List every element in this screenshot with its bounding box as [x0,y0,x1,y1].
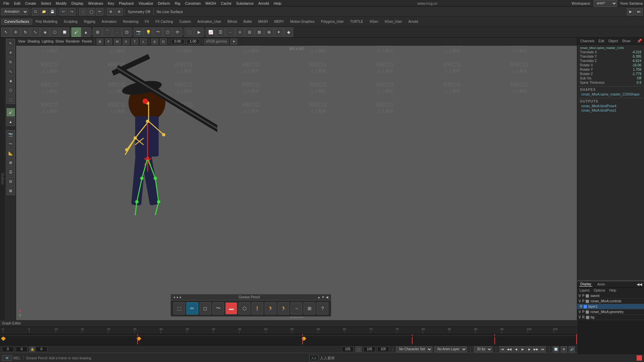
rotate-tool[interactable]: ↻ [21,27,30,37]
soft-tool[interactable]: ⬡ [50,27,59,37]
save-btn[interactable]: 💾 [49,8,56,15]
paint-side-btn[interactable]: 🖌 [6,108,15,117]
new-scene-btn[interactable]: 🗋 [32,8,39,15]
display-tab[interactable]: Display [579,282,592,287]
curve-tool[interactable]: 〜 [153,27,163,37]
menu-edit[interactable]: Edit [12,1,22,6]
shelf-xgenuser[interactable]: XGen_User [381,19,405,24]
menu-visualize[interactable]: Visualize [137,1,155,6]
no-anim-layer-dropdown[interactable]: No Anim Layer [434,346,467,352]
shelf-polygonsuser[interactable]: Polygons_User [318,19,347,24]
cam-tex-btn[interactable]: T [131,39,138,45]
gp-eraser-btn[interactable]: ◻ [200,302,211,314]
spinethickness-row[interactable]: Spine Thickness 0.9 [579,80,643,85]
gp-arrow-btn[interactable]: → [290,302,302,314]
cam-light-btn[interactable]: L [140,39,147,45]
shelf-custom[interactable]: Custom [176,19,194,24]
menu-windows[interactable]: Windows [86,1,105,6]
shelf-rendering[interactable]: Rendering [120,19,142,24]
end-frame-b-input[interactable] [364,347,375,352]
mode-select[interactable]: Animation [1,8,28,15]
shape-item-1[interactable]: ronan_MtoA:spine_master_CONShape [579,92,643,97]
menu-deform[interactable]: Deform [156,1,172,6]
paint-skin-tool[interactable]: 🖌 [71,27,81,37]
select-btn[interactable]: ⬚ [79,8,87,15]
gp-color-btn[interactable]: ▬ [225,302,237,314]
exposure-input[interactable] [171,39,184,44]
layer-controls[interactable]: V P ronan_MtoA:controls [577,299,644,304]
subvis-row[interactable]: Sub Vis Off [579,76,643,80]
render-region[interactable]: ⬛ [184,27,194,37]
current-frame2-input[interactable] [36,347,47,352]
light-tool[interactable]: 💡 [144,27,153,37]
gp-help-btn[interactable]: ? [317,302,328,314]
isolate-btn[interactable]: ◎ [151,39,158,45]
shelf-xgen[interactable]: XGen [367,19,381,24]
skin-btn[interactable]: ◆ [284,27,293,37]
layer-layer1[interactable]: R layer1 [577,304,644,309]
menu-create[interactable]: Create [23,1,38,6]
shelf-arnold[interactable]: Arnold [405,19,421,24]
edit-tab[interactable]: Edit [597,39,605,43]
frame-lock-btn[interactable]: 🔒 [30,347,35,352]
show-menu[interactable]: Show [55,40,64,43]
view-menu[interactable]: View [18,40,25,43]
pin-btn[interactable]: 📌 [637,39,642,43]
grid-side-btn[interactable]: ⊞ [6,158,15,167]
trax-editor[interactable]: ⏤ [225,27,235,37]
start-frame-input[interactable] [2,347,14,352]
sculpt-tool[interactable]: ▲ [81,27,91,37]
constraint-btn[interactable]: ⊕ [264,27,274,37]
show-manip[interactable]: 🔲 [60,27,69,37]
select-side-btn[interactable]: ↖ [6,39,15,48]
menu-substance[interactable]: Substance [234,1,256,6]
shelf-bifrost[interactable]: Bifrost [224,19,240,24]
menu-help[interactable]: Help [272,1,283,6]
end-frame-c-input[interactable] [377,347,389,352]
menu-select[interactable]: Select [39,1,53,6]
menu-constrain[interactable]: Constrain [183,1,203,6]
menu-cache[interactable]: Cache [219,1,233,6]
gp-stroke-btn[interactable]: 〜 [212,302,224,314]
shelf-fxcaching[interactable]: FX Caching [152,19,176,24]
gp-walk-btn[interactable]: 🚶 [252,302,263,314]
end-frame-a-input[interactable] [342,347,354,352]
menu-key[interactable]: Key [106,1,116,6]
anim-editor2[interactable]: ≡ [235,27,245,37]
renderall-btn[interactable]: ⏭ [635,8,643,15]
collapse-btn[interactable]: ◀◀ [637,282,642,287]
skeleton-btn[interactable]: ✦ [274,27,283,37]
anim-tab[interactable]: Anim [596,282,606,287]
shelf-rigging[interactable]: Rigging [81,19,98,24]
soft-side-btn[interactable]: ⬡ [6,86,15,95]
gp-run-btn[interactable]: 🏃 [265,302,276,314]
deform-tool[interactable]: ⟳ [173,27,182,37]
shelf-fx[interactable]: FX [142,19,152,24]
channels-tab[interactable]: Channels [579,39,595,43]
translatez-row[interactable]: Translate Z -6.624 [579,59,643,63]
shelf-animuser[interactable]: Animation_User [194,19,224,24]
timeline-ruler[interactable] [0,327,577,345]
move-side-btn[interactable]: ✛ [6,48,15,57]
anim-settings-btn[interactable]: ⚙ [561,346,567,352]
layer-geometry[interactable]: V P ronan_MtoA:geometry [577,309,644,315]
curve-side-btn[interactable]: 〜 [6,139,15,148]
menu-modify[interactable]: Modify [54,1,68,6]
sound-btn[interactable]: 🔊 [569,346,575,352]
output-item-2[interactable]: ronan_MtoA:bindPose1 [579,108,643,113]
camera-side-btn[interactable]: 📷 [6,130,15,139]
open-btn[interactable]: 📁 [40,8,48,15]
rotatex-row[interactable]: Rotate X -16.06 [579,63,643,67]
snap-view[interactable]: ⊡ [122,27,131,37]
snap2-btn[interactable]: ⊗ [115,8,123,15]
shelf-animation[interactable]: Animation [99,19,119,24]
layers-sub-tab[interactable]: Layers [579,288,591,293]
grid-btn[interactable]: ⊡ [160,39,167,45]
cam-shade-btn[interactable]: S [123,39,129,45]
shelf-turtle[interactable]: TURTLE [347,19,366,24]
object-tab[interactable]: Object [607,39,619,43]
snap-curve[interactable]: ⌒ [103,27,112,37]
next-frame-btn[interactable]: ▶ [526,346,532,352]
scale-tool[interactable]: ⤡ [31,27,40,37]
translatey-row[interactable]: Translate Y -5.395 [579,54,643,59]
